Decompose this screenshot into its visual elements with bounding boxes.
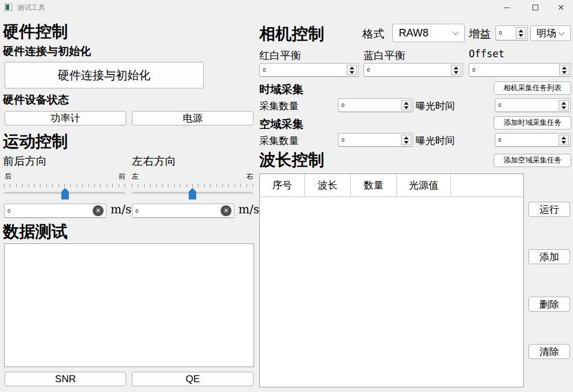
wavelength-table-body[interactable] <box>260 197 523 388</box>
hardware-init-button[interactable]: 硬件连接与初始化 <box>5 62 204 88</box>
app-window: 测试工具 ✕ 硬件控制 硬件连接与初始化 硬件连接与初始化 硬件设备状态 功率计… <box>0 0 573 392</box>
fb-max-label: 前 <box>119 172 126 182</box>
clear-button[interactable]: 清除 <box>528 344 570 359</box>
motion-section-title: 运动控制 <box>3 131 68 153</box>
td-exposure-label: 曝光时间 <box>416 99 455 113</box>
td-exposure-spinbox[interactable] <box>495 98 571 112</box>
red-wb-spinbox[interactable] <box>259 63 359 77</box>
lr-min-label: 左 <box>132 172 139 182</box>
td-exposure-spin-buttons[interactable] <box>559 100 569 110</box>
chevron-down-icon <box>558 29 564 35</box>
close-icon: ✕ <box>557 3 564 12</box>
fb-speed-input[interactable] <box>6 204 91 217</box>
fb-slider-handle[interactable] <box>61 188 69 199</box>
hardware-status-label: 硬件设备状态 <box>3 93 69 108</box>
blue-wb-spin-buttons[interactable] <box>451 65 461 75</box>
sd-count-spin-buttons[interactable] <box>401 135 412 145</box>
fb-speed-field[interactable]: ✕ <box>4 204 106 218</box>
td-count-spin-buttons[interactable] <box>401 100 412 110</box>
lr-direction-label: 左右方向 <box>132 154 176 169</box>
red-wb-label: 红白平衡 <box>259 49 301 62</box>
spin-down-icon[interactable] <box>404 106 409 109</box>
sd-count-spinbox[interactable] <box>338 133 413 147</box>
qe-button[interactable]: QE <box>132 372 254 386</box>
add-button[interactable]: 添加 <box>528 249 570 264</box>
app-icon <box>5 3 12 11</box>
spin-down-icon[interactable] <box>404 141 409 144</box>
spin-down-icon[interactable] <box>454 71 458 74</box>
lr-speed-input[interactable] <box>134 204 219 217</box>
td-count-label: 采集数量 <box>259 99 299 113</box>
offset-spin-buttons[interactable] <box>559 65 570 75</box>
power-supply-button[interactable]: 电源 <box>132 111 254 125</box>
camera-section-title: 相机控制 <box>259 23 324 45</box>
col-header-light-value[interactable]: 光源值 <box>397 174 451 197</box>
add-space-task-button[interactable]: 添加空域采集任务 <box>494 154 571 167</box>
snr-button[interactable]: SNR <box>5 372 126 386</box>
gain-spinbox[interactable] <box>495 25 528 40</box>
blue-wb-label: 蓝白平衡 <box>363 49 405 62</box>
spin-down-icon[interactable] <box>561 106 566 109</box>
spin-up-icon[interactable] <box>562 66 567 69</box>
data-test-section-title: 数据测试 <box>3 221 68 243</box>
lr-direction-slider[interactable] <box>132 184 253 201</box>
fb-slider-ticks <box>4 184 125 187</box>
sd-count-input[interactable] <box>340 134 401 146</box>
spin-up-icon[interactable] <box>404 136 409 139</box>
spin-up-icon[interactable] <box>561 136 566 139</box>
fb-direction-slider[interactable] <box>4 184 125 201</box>
wavelength-table[interactable]: 序号 波长 数量 光源值 <box>259 173 524 387</box>
red-wb-input[interactable] <box>261 64 346 76</box>
gain-spin-buttons[interactable] <box>516 27 526 39</box>
spin-up-icon[interactable] <box>561 102 566 105</box>
col-header-filler <box>451 174 523 197</box>
lr-max-label: 右 <box>247 172 254 182</box>
blue-wb-spinbox[interactable] <box>363 63 463 77</box>
td-count-input[interactable] <box>340 99 401 112</box>
camera-task-list-button[interactable]: 相机采集任务列表 <box>494 82 571 95</box>
spin-down-icon[interactable] <box>561 141 566 144</box>
td-exposure-input[interactable] <box>497 99 558 112</box>
spin-up-icon[interactable] <box>350 66 354 69</box>
blue-wb-input[interactable] <box>365 64 450 76</box>
lr-clear-icon[interactable]: ✕ <box>221 205 232 216</box>
spin-up-icon[interactable] <box>519 29 523 32</box>
spin-up-icon[interactable] <box>454 66 458 69</box>
space-domain-title: 空域采集 <box>259 117 303 132</box>
sd-exposure-spinbox[interactable] <box>495 133 571 147</box>
sd-exposure-input[interactable] <box>497 134 558 146</box>
data-test-output-area[interactable] <box>4 243 254 367</box>
td-count-spinbox[interactable] <box>338 98 413 112</box>
gain-input[interactable] <box>497 26 515 40</box>
delete-button[interactable]: 删除 <box>528 297 570 312</box>
spin-down-icon[interactable] <box>350 71 354 74</box>
close-button[interactable]: ✕ <box>552 0 570 15</box>
sd-exposure-spin-buttons[interactable] <box>559 135 569 145</box>
fb-clear-icon[interactable]: ✕ <box>93 205 104 216</box>
offset-input[interactable] <box>471 64 559 76</box>
maximize-icon <box>532 5 538 10</box>
lr-speed-field[interactable]: ✕ <box>132 204 234 218</box>
hardware-section-title: 硬件控制 <box>3 21 68 43</box>
spin-down-icon[interactable] <box>562 71 567 74</box>
power-meter-button[interactable]: 功率计 <box>5 111 126 125</box>
red-wb-spin-buttons[interactable] <box>347 65 357 75</box>
format-select[interactable]: RAW8 <box>392 24 465 42</box>
offset-spinbox[interactable] <box>469 63 571 77</box>
maximize-button[interactable] <box>526 0 545 15</box>
time-domain-title: 时域采集 <box>259 82 303 97</box>
hardware-conn-label: 硬件连接与初始化 <box>3 44 91 59</box>
col-header-wavelength[interactable]: 波长 <box>305 174 351 197</box>
spin-down-icon[interactable] <box>519 34 523 37</box>
col-header-quantity[interactable]: 数量 <box>351 174 397 197</box>
window-title: 测试工具 <box>17 3 45 13</box>
minimize-button[interactable] <box>497 0 516 15</box>
col-header-index[interactable]: 序号 <box>260 174 305 197</box>
spin-up-icon[interactable] <box>404 102 409 105</box>
lr-slider-handle[interactable] <box>189 188 196 199</box>
wavelength-section-title: 波长控制 <box>259 149 324 171</box>
add-time-task-button[interactable]: 添加时域采集任务 <box>494 116 571 130</box>
chevron-down-icon <box>452 28 458 35</box>
run-button[interactable]: 运行 <box>528 202 570 217</box>
field-mode-select[interactable]: 明场 <box>530 25 571 41</box>
